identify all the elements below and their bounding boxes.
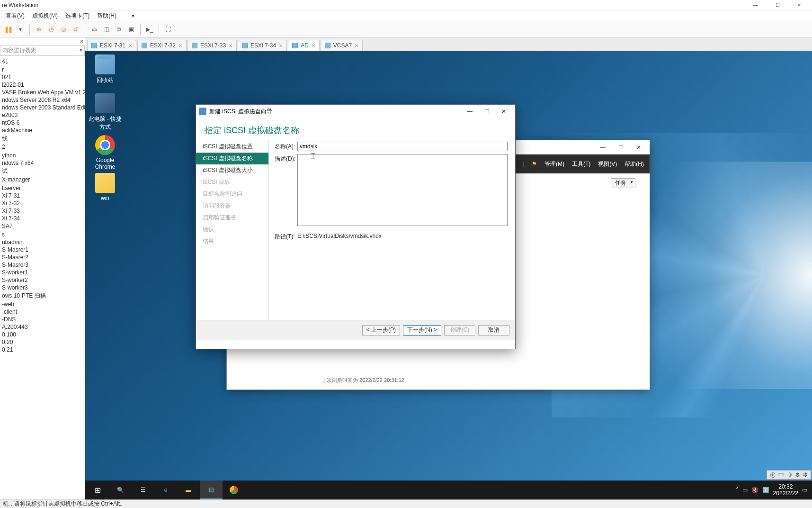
vm-list-item[interactable]: S-Masrer3 bbox=[0, 261, 85, 269]
vm-list[interactable]: 机r021i2022-01VASP Broken Web Apps VM v1.… bbox=[0, 56, 85, 354]
sm-view[interactable]: 视图(V) bbox=[598, 160, 617, 168]
vm-list-item[interactable]: ackMachine bbox=[0, 127, 85, 134]
explorer-button[interactable]: ▬ bbox=[177, 481, 200, 499]
tab-close-icon[interactable]: ✕ bbox=[355, 43, 358, 48]
dialog-minimize[interactable]: — bbox=[461, 106, 478, 117]
tab-close-icon[interactable]: ✕ bbox=[229, 43, 232, 48]
vm-list-item[interactable]: e2003 bbox=[0, 111, 85, 119]
tab-close-icon[interactable]: ✕ bbox=[312, 43, 315, 48]
snapshot-mgr-icon[interactable]: ◶ bbox=[58, 24, 69, 35]
view2-icon[interactable]: ◫ bbox=[101, 24, 112, 35]
wizard-step[interactable]: iSCSI 虚拟磁盘位置 bbox=[196, 141, 268, 153]
tray-network-icon[interactable]: ▭ bbox=[742, 487, 748, 493]
tab-close-icon[interactable]: ✕ bbox=[128, 43, 132, 48]
vm-tab[interactable]: ESXi 7-32✕ bbox=[137, 40, 187, 51]
ie-button[interactable]: e bbox=[154, 481, 177, 499]
dialog-close[interactable]: ✕ bbox=[495, 106, 512, 117]
vm-tab[interactable]: AD✕ bbox=[288, 40, 320, 51]
vm-tab[interactable]: ESXi 7-34✕ bbox=[238, 40, 287, 51]
prev-button[interactable]: < 上一步(P) bbox=[362, 325, 400, 336]
view3-icon[interactable]: ⧉ bbox=[114, 24, 124, 35]
tray-sound-icon[interactable]: 🔇 bbox=[751, 487, 758, 493]
vm-list-item[interactable]: ython bbox=[0, 152, 85, 159]
vm-list-item[interactable]: S-worker3 bbox=[0, 284, 85, 291]
recycle-bin[interactable]: 回收站 bbox=[87, 54, 123, 84]
vm-list-item[interactable]: Lserver bbox=[0, 184, 85, 192]
system-tray[interactable]: ˄ ▭ 🔇 🈁 20:32 2022/2/22 ▭ bbox=[732, 483, 811, 497]
bgwin-close[interactable]: ✕ bbox=[630, 141, 648, 154]
vm-tab[interactable]: ESXi 7-31✕ bbox=[87, 40, 136, 51]
vm-list-item[interactable]: 0.20 bbox=[0, 338, 85, 346]
disk-name-input[interactable] bbox=[297, 142, 508, 151]
vm-list-item[interactable]: 0.21 bbox=[0, 346, 85, 354]
vm-list-item[interactable]: 线 bbox=[0, 134, 85, 143]
menu-help[interactable]: 帮助(H) bbox=[93, 12, 120, 20]
tray-ime-icon[interactable]: 🈁 bbox=[762, 487, 769, 493]
menu-view[interactable]: 查看(V) bbox=[2, 12, 28, 20]
toolbar-dropdown[interactable]: ▾ bbox=[15, 24, 26, 35]
pause-icon[interactable]: ❚❚ bbox=[3, 24, 13, 35]
menu-tabs[interactable]: 选项卡(T) bbox=[62, 12, 93, 20]
host-minimize[interactable]: — bbox=[745, 0, 767, 10]
vm-list-item[interactable]: Xi 7-34 bbox=[0, 215, 85, 222]
vm-list-item[interactable]: S-Masrer1 bbox=[0, 246, 85, 254]
vm-list-item[interactable]: A.200:443 bbox=[0, 323, 85, 331]
vm-list-item[interactable]: SA7 bbox=[0, 222, 85, 230]
fullscreen-icon[interactable]: ⛶ bbox=[163, 24, 173, 35]
snapshot-icon[interactable]: ◷ bbox=[46, 24, 56, 35]
search-input[interactable]: 内容进行搜索 bbox=[0, 45, 85, 56]
sm-help[interactable]: 帮助(H) bbox=[625, 160, 644, 168]
bgwin-maximize[interactable]: ☐ bbox=[612, 141, 630, 154]
vm-list-item[interactable]: 0.100 bbox=[0, 331, 85, 338]
tasks-dropdown[interactable]: 任务 bbox=[611, 178, 635, 188]
vm-list-item[interactable]: 2 bbox=[0, 143, 85, 151]
vm-tab[interactable]: ESXi 7-33✕ bbox=[187, 40, 237, 51]
notifications-flag[interactable]: ⚑ bbox=[532, 161, 537, 167]
vm-list-item[interactable]: Xi 7-32 bbox=[0, 200, 85, 207]
vm-list-item[interactable]: -DNS bbox=[0, 316, 85, 323]
view4-icon[interactable]: ▣ bbox=[126, 24, 136, 35]
vm-list-item[interactable]: VASP Broken Web Apps VM v1.2 bbox=[0, 89, 85, 96]
vm-list-item[interactable]: S-Masrer2 bbox=[0, 254, 85, 261]
vm-list-item[interactable]: 机 bbox=[0, 57, 85, 66]
host-maximize[interactable]: ☐ bbox=[767, 0, 788, 10]
tray-up-icon[interactable]: ˄ bbox=[736, 487, 739, 493]
vm-list-item[interactable]: ntOS 6 bbox=[0, 119, 85, 127]
vm-list-item[interactable]: -client bbox=[0, 308, 85, 316]
sm-manage[interactable]: 管理(M) bbox=[544, 160, 564, 168]
vm-list-item[interactable]: Xi 7-31 bbox=[0, 192, 85, 200]
view1-icon[interactable]: ▭ bbox=[89, 24, 99, 35]
vm-tab[interactable]: VCSA7✕ bbox=[321, 40, 363, 51]
this-pc[interactable]: 此电脑 - 快捷方式 bbox=[87, 93, 123, 131]
vm-list-item[interactable]: Xi 7-33 bbox=[0, 207, 85, 215]
vm-list-item[interactable]: S-worker2 bbox=[0, 276, 85, 284]
vm-desktop[interactable]: 回收站 此电脑 - 快捷方式 Google Chrome win — ☐ ✕ bbox=[85, 51, 812, 499]
tab-close-icon[interactable]: ✕ bbox=[279, 43, 283, 48]
vm-list-item[interactable]: X-manager bbox=[0, 176, 85, 183]
vm-list-item[interactable]: ubadmin bbox=[0, 238, 85, 246]
vm-list-item[interactable]: 试 bbox=[0, 167, 85, 176]
vm-list-item[interactable]: ndows Server 2003 Standard Edition bbox=[0, 104, 85, 111]
send-cad-icon[interactable]: ⊕ bbox=[34, 24, 44, 35]
description-textarea[interactable] bbox=[297, 154, 508, 226]
clock[interactable]: 20:32 2022/2/22 bbox=[773, 483, 798, 497]
win-folder[interactable]: win bbox=[87, 173, 123, 201]
vm-list-item[interactable]: 021 bbox=[0, 73, 85, 81]
chrome-shortcut[interactable]: Google Chrome bbox=[87, 135, 123, 170]
cancel-button[interactable]: 取消 bbox=[478, 325, 509, 336]
host-close[interactable]: ✕ bbox=[788, 0, 810, 10]
start-button[interactable]: ⊞ bbox=[86, 481, 109, 499]
servermgr-task[interactable]: ▤ bbox=[200, 481, 223, 499]
wizard-step[interactable]: iSCSI 虚拟磁盘名称 bbox=[196, 153, 268, 164]
vm-list-item[interactable]: ndows Server 2008 R2 x64 bbox=[0, 96, 85, 104]
toolbar-dropdown-icon[interactable]: ▾ bbox=[128, 12, 138, 19]
dialog-maximize[interactable]: ☐ bbox=[478, 106, 495, 117]
bgwin-minimize[interactable]: — bbox=[594, 141, 612, 154]
next-button[interactable]: 下一步(N) > bbox=[403, 325, 441, 336]
sidebar-close-icon[interactable]: ✕ bbox=[80, 38, 84, 45]
vm-list-item[interactable]: ndows 7 x64 bbox=[0, 159, 85, 167]
menu-vm[interactable]: 虚拟机(M) bbox=[28, 12, 62, 20]
vm-list-item[interactable]: r bbox=[0, 66, 85, 73]
sm-tools[interactable]: 工具(T) bbox=[572, 160, 590, 168]
vm-list-item[interactable]: -web bbox=[0, 300, 85, 308]
